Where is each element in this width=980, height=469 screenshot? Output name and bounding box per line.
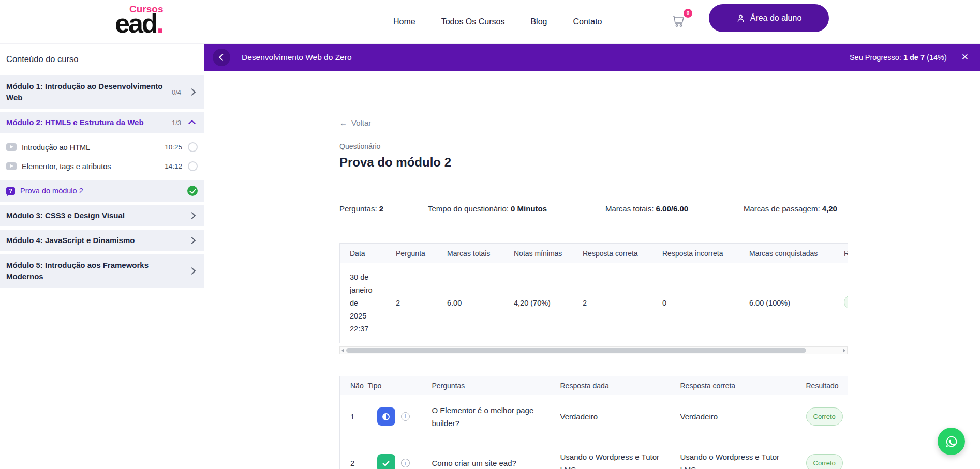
sidebar-module-1[interactable]: Módulo 1: Introdução ao Desenvolvimento … (0, 75, 204, 109)
stat-marcas-totais: Marcas totais: 6.00/6.00 (605, 204, 744, 213)
nav-todos-os-cursos[interactable]: Todos Os Cursos (441, 17, 505, 26)
page-title: Prova do módulo 2 (339, 155, 451, 170)
module-label: Módulo 4: JavaScript e Dinamismo (6, 235, 189, 246)
lesson-prova-modulo-2-active[interactable]: ? Prova do módulo 2 (0, 180, 204, 202)
sidebar-module-4[interactable]: Módulo 4: JavaScript e Dinamismo (0, 230, 204, 251)
course-back-button[interactable] (213, 49, 230, 66)
module-label: Módulo 2: HTML5 e Estrutura da Web (6, 117, 172, 128)
scrollbar-thumb[interactable] (346, 348, 806, 353)
info-icon[interactable]: i (401, 412, 410, 421)
nav-contato[interactable]: Contato (573, 17, 602, 26)
quiz-result-main: ← Voltar Questionário Prova do módulo 2 … (204, 71, 980, 469)
site-logo[interactable]: Cursos ead. (115, 4, 182, 35)
question-row: 1 i O Elementor é o melhor (340, 395, 848, 438)
attempt-marcas-totais: 6.00 (437, 263, 504, 343)
attempt-resposta-correta: 2 (573, 263, 652, 343)
attempt-notas-minimas: 4,20 (70%) (504, 263, 573, 343)
whatsapp-button[interactable] (938, 428, 965, 455)
col-notas-minimas: Notas mínimas (504, 244, 573, 263)
attempt-pergunta: 2 (386, 263, 437, 343)
lesson-duration: 14:12 (165, 162, 182, 170)
correct-answer: Verdadeiro (675, 395, 801, 438)
student-area-label: Área do aluno (750, 13, 802, 23)
whatsapp-icon (944, 434, 959, 449)
col-perguntas: Perguntas (427, 376, 555, 395)
attempt-resposta-incorreta: 0 (652, 263, 739, 343)
given-answer: Usando o Wordpress e Tutor LMS (555, 438, 675, 469)
result-badge: Correto (806, 454, 843, 469)
lesson-status-circle (188, 161, 198, 171)
col-resposta-correta: Resposta correta (675, 376, 801, 395)
student-area-button[interactable]: Área do aluno (709, 4, 829, 32)
question-num: 1 (340, 395, 363, 438)
cart-button[interactable]: 0 (671, 12, 691, 32)
given-answer: Verdadeiro (555, 395, 675, 438)
true-false-type-icon (377, 407, 395, 426)
top-header: Cursos ead. Home Todos Os Cursos Blog Co… (0, 0, 980, 44)
scroll-right-arrow[interactable] (843, 349, 845, 353)
progress-count: 1 de 7 (903, 53, 925, 62)
info-icon[interactable]: i (401, 459, 410, 467)
chevron-left-icon (218, 53, 226, 60)
lesson-elementor-tags-atributos[interactable]: Elementor, tags e atributos 14:12 (0, 157, 204, 176)
logo-ead-text: ead. (115, 12, 182, 35)
nav-blog[interactable]: Blog (530, 17, 547, 26)
col-resultado: Resultado (834, 244, 848, 263)
lesson-introducao-ao-html[interactable]: Introdução ao HTML 10:25 (0, 138, 204, 157)
module-label: Módulo 3: CSS3 e Design Visual (6, 210, 189, 221)
chevron-right-icon (188, 237, 196, 244)
main-nav: Home Todos Os Cursos Blog Contato (393, 0, 602, 43)
question-num: 2 (340, 438, 363, 469)
attempts-table-wrapper: Data Pergunta Marcas totais Notas mínima… (339, 243, 848, 343)
col-data: Data (340, 244, 386, 263)
attempts-table: Data Pergunta Marcas totais Notas mínima… (340, 243, 848, 343)
close-icon[interactable]: ✕ (961, 53, 969, 62)
lesson-label: Introdução ao HTML (22, 143, 90, 152)
col-nao: Não (340, 376, 363, 395)
module-label: Módulo 5: Introdução aos Frameworks Mode… (6, 260, 189, 282)
chevron-right-icon (188, 267, 196, 275)
completed-check-icon (187, 186, 198, 196)
col-resposta-incorreta: Resposta incorreta (652, 244, 739, 263)
attempt-marcas-conquistadas: 6.00 (100%) (739, 263, 834, 343)
horizontal-scrollbar[interactable] (339, 346, 848, 354)
col-marcas-totais: Marcas totais (437, 244, 504, 263)
cart-icon (671, 22, 687, 31)
module-label: Módulo 1: Introdução ao Desenvolvimento … (6, 81, 172, 103)
play-icon (6, 162, 17, 170)
quiz-kicker: Questionário (339, 142, 380, 150)
stat-perguntas: Perguntas: 2 (339, 204, 428, 213)
lesson-label: Elementor, tags e atributos (22, 162, 111, 171)
cart-count-badge: 0 (684, 9, 692, 18)
lesson-label: Prova do módulo 2 (20, 187, 83, 195)
nav-home[interactable]: Home (393, 17, 415, 26)
question-text: O Elementor é o melhor page builder? (427, 395, 555, 438)
col-tipo: Tipo (363, 376, 427, 395)
correct-answer: Usando o Wordpress e Tutor LMS (675, 438, 801, 469)
quiz-icon: ? (6, 187, 15, 195)
col-marcas-conquistadas: Marcas conquistadas (739, 244, 834, 263)
sidebar-title: Conteúdo do curso (0, 43, 204, 72)
module-count: 0/4 (172, 88, 181, 96)
questions-table: Não Tipo Perguntas Resposta dada Respost… (339, 376, 848, 469)
attempt-date: 30 de janeiro de 2025 22:37 (340, 263, 386, 343)
scroll-left-arrow[interactable] (341, 349, 344, 353)
col-pergunta: Pergunta (386, 244, 437, 263)
question-row: 2 i Como criar um site ead? Usando (340, 438, 848, 469)
stat-tempo: Tempo do questionário: 0 Minutos (428, 204, 605, 213)
module-count: 1/3 (172, 119, 181, 127)
chevron-right-icon (188, 88, 196, 96)
sidebar-module-5[interactable]: Módulo 5: Introdução aos Frameworks Mode… (0, 254, 204, 288)
multiple-choice-type-icon (377, 454, 395, 469)
chevron-right-icon (188, 212, 196, 219)
back-link[interactable]: ← Voltar (339, 118, 371, 127)
sidebar-module-3[interactable]: Módulo 3: CSS3 e Design Visual (0, 205, 204, 226)
sidebar-module-2[interactable]: Módulo 2: HTML5 e Estrutura da Web 1/3 (0, 112, 204, 133)
course-sidebar: Conteúdo do curso Módulo 1: Introdução a… (0, 43, 204, 469)
quiz-stats: Perguntas: 2 Tempo do questionário: 0 Mi… (339, 204, 837, 213)
module-2-lessons: Introdução ao HTML 10:25 Elementor, tags… (0, 133, 204, 180)
course-title: Desenvolvimento Web do Zero (242, 53, 352, 62)
question-text: Como criar um site ead? (427, 438, 555, 469)
question-type-cell: i (363, 395, 427, 438)
course-progress: Seu Progresso: 1 de 7 (14%) (850, 53, 947, 62)
